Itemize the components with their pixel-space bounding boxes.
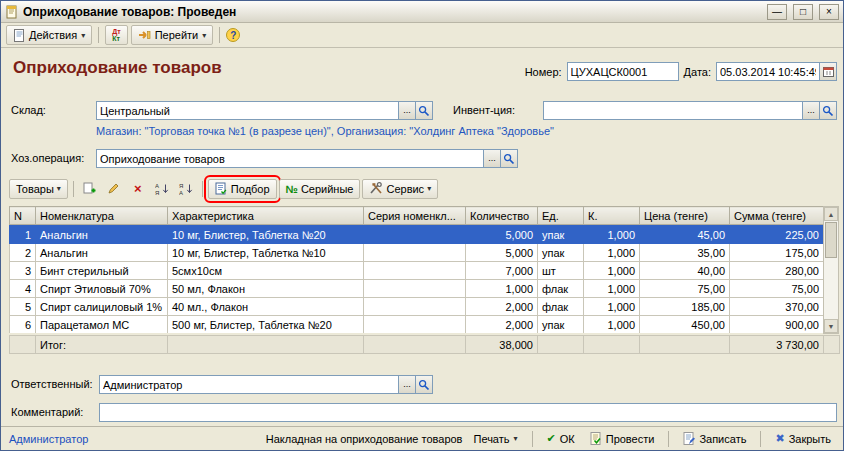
- column-header[interactable]: Ед.: [538, 207, 584, 225]
- table-cell[interactable]: шт: [538, 262, 584, 280]
- table-row[interactable]: 2Анальгин10 мг, Блистер, Таблетка №105,0…: [10, 244, 824, 262]
- table-cell[interactable]: 10 мг, Блистер, Таблетка №20: [168, 226, 364, 244]
- maximize-button[interactable]: □: [793, 4, 813, 20]
- table-row[interactable]: 1Анальгин10 мг, Блистер, Таблетка №205,0…: [10, 226, 824, 244]
- calendar-button[interactable]: [820, 62, 837, 81]
- delete-row-button[interactable]: ×: [127, 179, 149, 199]
- table-cell[interactable]: Бинт стерильный: [36, 262, 168, 280]
- table-cell[interactable]: 1,000: [466, 280, 538, 298]
- table-cell[interactable]: 40,00: [640, 262, 730, 280]
- table-row[interactable]: 6Парацетамол МС500 мг, Блистер, Таблетка…: [10, 316, 824, 334]
- inventory-open-button[interactable]: [820, 101, 837, 120]
- table-cell[interactable]: 1,000: [584, 226, 640, 244]
- table-cell[interactable]: 7,000: [466, 262, 538, 280]
- table-cell[interactable]: 280,00: [730, 262, 824, 280]
- column-header[interactable]: Цена (тенге): [640, 207, 730, 225]
- table-cell[interactable]: 40 мл., Флакон: [168, 298, 364, 316]
- date-input[interactable]: [716, 62, 820, 81]
- warehouse-choose-button[interactable]: ...: [399, 101, 416, 120]
- table-cell[interactable]: 185,00: [640, 298, 730, 316]
- table-cell[interactable]: упак: [538, 316, 584, 334]
- save-button[interactable]: Записать: [679, 431, 750, 446]
- table-cell[interactable]: Спирт салициловый 1%: [36, 298, 168, 316]
- responsible-input[interactable]: [99, 375, 399, 394]
- table-cell[interactable]: 5смх10см: [168, 262, 364, 280]
- table-cell[interactable]: упак: [538, 244, 584, 262]
- table-cell[interactable]: Анальгин: [36, 226, 168, 244]
- post-button[interactable]: Провести: [586, 431, 659, 446]
- table-cell[interactable]: 1,000: [584, 298, 640, 316]
- table-cell[interactable]: 500 мг, Блистер, Таблетка №20: [168, 316, 364, 334]
- help-button[interactable]: ?: [226, 28, 240, 42]
- table-cell[interactable]: 5,000: [466, 244, 538, 262]
- actions-button[interactable]: Действия ▾: [6, 25, 92, 45]
- warehouse-open-button[interactable]: [416, 101, 433, 120]
- table-cell[interactable]: 6: [10, 316, 36, 334]
- serial-button[interactable]: № Серийные: [279, 179, 361, 199]
- comment-input[interactable]: [99, 403, 837, 422]
- print-button[interactable]: Печать ▾: [469, 432, 521, 446]
- table-cell[interactable]: [364, 280, 466, 298]
- table-cell[interactable]: 450,00: [640, 316, 730, 334]
- table-cell[interactable]: 1: [10, 226, 36, 244]
- table-cell[interactable]: [364, 226, 466, 244]
- add-row-button[interactable]: [79, 179, 101, 199]
- table-cell[interactable]: 225,00: [730, 226, 824, 244]
- table-cell[interactable]: Спирт Этиловый 70%: [36, 280, 168, 298]
- table-cell[interactable]: 5: [10, 298, 36, 316]
- sort-desc-button[interactable]: ЯА: [175, 179, 197, 199]
- table-cell[interactable]: Парацетамол МС: [36, 316, 168, 334]
- service-button[interactable]: Сервис ▾: [362, 179, 438, 199]
- table-cell[interactable]: [364, 262, 466, 280]
- column-header[interactable]: N: [10, 207, 36, 225]
- table-cell[interactable]: 1,000: [584, 244, 640, 262]
- table-cell[interactable]: 2,000: [466, 316, 538, 334]
- table-cell[interactable]: 3: [10, 262, 36, 280]
- responsible-choose-button[interactable]: ...: [399, 375, 416, 394]
- table-cell[interactable]: 4: [10, 280, 36, 298]
- table-cell[interactable]: [364, 316, 466, 334]
- table-cell[interactable]: флак: [538, 280, 584, 298]
- operation-open-button[interactable]: [501, 149, 518, 168]
- warehouse-input[interactable]: [96, 101, 399, 120]
- table-cell[interactable]: 45,00: [640, 226, 730, 244]
- pick-button[interactable]: Подбор: [208, 179, 277, 199]
- table-cell[interactable]: 75,00: [640, 280, 730, 298]
- table-row[interactable]: 4Спирт Этиловый 70%50 мл, Флакон1,000фла…: [10, 280, 824, 298]
- scroll-thumb[interactable]: [825, 222, 837, 258]
- table-cell[interactable]: 75,00: [730, 280, 824, 298]
- dtkt-button[interactable]: ДтКт: [105, 25, 127, 45]
- column-header[interactable]: К.: [584, 207, 640, 225]
- number-input[interactable]: [567, 62, 679, 81]
- table-cell[interactable]: 1,000: [584, 262, 640, 280]
- close-button[interactable]: ×: [819, 4, 839, 20]
- responsible-open-button[interactable]: [416, 375, 433, 394]
- table-cell[interactable]: 10 мг, Блистер, Таблетка №10: [168, 244, 364, 262]
- column-header[interactable]: Сумма (тенге): [730, 207, 824, 225]
- table-cell[interactable]: 2: [10, 244, 36, 262]
- items-menu-button[interactable]: Товары ▾: [9, 179, 68, 199]
- close-form-button[interactable]: ✖ Закрыть: [771, 431, 835, 446]
- table-cell[interactable]: 175,00: [730, 244, 824, 262]
- table-cell[interactable]: 50 мл, Флакон: [168, 280, 364, 298]
- table-cell[interactable]: 370,00: [730, 298, 824, 316]
- table-cell[interactable]: 1,000: [584, 316, 640, 334]
- inventory-choose-button[interactable]: ...: [803, 101, 820, 120]
- scroll-up-button[interactable]: ▲: [824, 207, 838, 221]
- table-cell[interactable]: 1,000: [584, 280, 640, 298]
- table-cell[interactable]: [364, 244, 466, 262]
- table-cell[interactable]: 2,000: [466, 298, 538, 316]
- column-header[interactable]: Номенклатура: [36, 207, 168, 225]
- edit-row-button[interactable]: [103, 179, 125, 199]
- table-cell[interactable]: флак: [538, 298, 584, 316]
- sort-asc-button[interactable]: АЯ: [151, 179, 173, 199]
- vertical-scrollbar[interactable]: ▲ ▼: [823, 206, 839, 334]
- ok-button[interactable]: ✔ ОК: [543, 431, 579, 446]
- scroll-down-button[interactable]: ▼: [824, 319, 838, 333]
- table-row[interactable]: 3Бинт стерильный5смх10см7,000шт1,00040,0…: [10, 262, 824, 280]
- table-cell[interactable]: Анальгин: [36, 244, 168, 262]
- column-header[interactable]: Серия номенкл...: [364, 207, 466, 225]
- inventory-input[interactable]: [543, 101, 803, 120]
- minimize-button[interactable]: —: [767, 4, 787, 20]
- table-row[interactable]: 5Спирт салициловый 1%40 мл., Флакон2,000…: [10, 298, 824, 316]
